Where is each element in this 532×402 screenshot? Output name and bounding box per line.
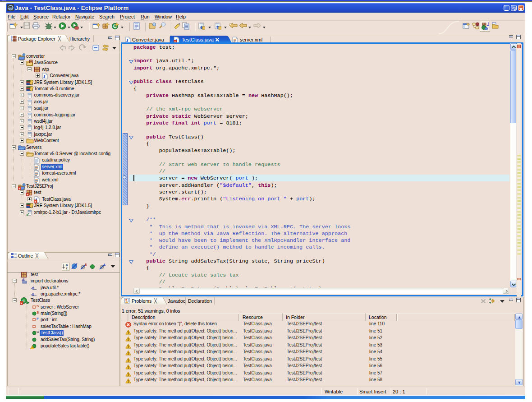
svg-text:J: J — [43, 74, 46, 79]
svg-text:L: L — [104, 263, 106, 266]
svg-text:J: J — [487, 23, 489, 27]
svg-text:J: J — [126, 37, 128, 43]
svg-text:z: z — [66, 266, 68, 270]
svg-text:S: S — [85, 263, 87, 266]
